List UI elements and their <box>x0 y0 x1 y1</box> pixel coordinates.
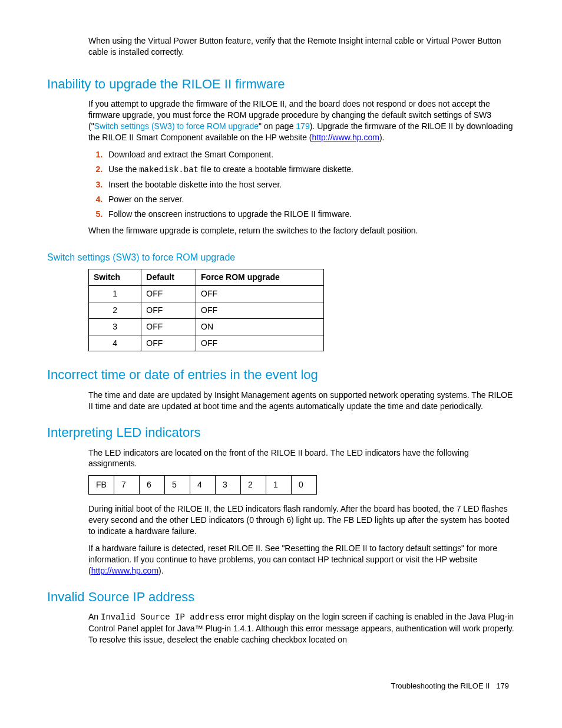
table-cell: OFF <box>196 302 324 318</box>
table-cell: OFF <box>141 285 196 302</box>
code-text: Invalid Source IP address <box>101 612 224 622</box>
steps-list: Download and extract the Smart Component… <box>88 149 515 219</box>
table-cell: 1 <box>266 476 292 495</box>
text: file to create a bootable firmware diske… <box>199 164 353 174</box>
step-item: Power on the server. <box>105 194 515 205</box>
table-cell: 4 <box>190 476 216 495</box>
step-item: Use the makedisk.bat file to create a bo… <box>105 164 515 176</box>
paragraph: During initial boot of the RILOE II, the… <box>88 503 515 537</box>
table-cell: 0 <box>292 476 317 495</box>
table-header: Switch <box>89 269 141 285</box>
page-number: 179 <box>496 681 509 690</box>
paragraph: The LED indicators are located on the fr… <box>88 447 515 470</box>
table-row: 3 OFF ON <box>89 318 324 335</box>
table-cell: OFF <box>196 285 324 302</box>
hp-website-link[interactable]: http://www.hp.com <box>91 566 158 575</box>
table-cell: OFF <box>141 318 196 335</box>
text: ). <box>379 133 385 142</box>
paragraph: The time and date are updated by Insight… <box>88 390 515 412</box>
table-cell: OFF <box>141 335 196 351</box>
text: Use the <box>108 164 139 174</box>
table-cell: 2 <box>241 476 266 495</box>
paragraph: An Invalid Source IP address error might… <box>88 611 515 645</box>
switch-settings-table: Switch Default Force ROM upgrade 1 OFF O… <box>88 269 324 351</box>
intro-paragraph: When using the Virtual Power Button feat… <box>88 35 515 58</box>
hp-website-link[interactable]: http://www.hp.com <box>312 133 379 142</box>
table-header-row: Switch Default Force ROM upgrade <box>89 269 324 285</box>
heading-switch-settings: Switch settings (SW3) to force ROM upgra… <box>47 251 515 264</box>
table-row: FB 7 6 5 4 3 2 1 0 <box>89 476 317 495</box>
code-text: makedisk.bat <box>139 165 199 174</box>
table-row: 2 OFF OFF <box>89 302 324 318</box>
text: ). <box>158 566 164 575</box>
heading-invalid-source-ip: Invalid Source IP address <box>47 588 515 606</box>
table-cell: 2 <box>89 302 141 318</box>
table-cell: OFF <box>141 302 196 318</box>
table-cell: 4 <box>89 335 141 351</box>
heading-inability-upgrade: Inability to upgrade the RILOE II firmwa… <box>47 75 515 93</box>
step-item: Insert the bootable diskette into the ho… <box>105 179 515 190</box>
table-header: Force ROM upgrade <box>196 269 324 285</box>
table-cell: 5 <box>165 476 190 495</box>
led-table: FB 7 6 5 4 3 2 1 0 <box>88 475 317 495</box>
table-cell: 7 <box>114 476 140 495</box>
paragraph: If you attempt to upgrade the firmware o… <box>88 98 515 143</box>
table-cell: 6 <box>140 476 165 495</box>
table-row: 1 OFF OFF <box>89 285 324 302</box>
page-footer: Troubleshooting the RILOE II 179 <box>47 681 515 691</box>
paragraph: If a hardware failure is detected, reset… <box>88 543 515 577</box>
table-cell: OFF <box>196 335 324 351</box>
paragraph: When the firmware upgrade is complete, r… <box>88 225 515 236</box>
table-cell: ON <box>196 318 324 335</box>
table-header: Default <box>141 269 196 285</box>
footer-text: Troubleshooting the RILOE II <box>391 681 490 690</box>
table-cell: 3 <box>216 476 241 495</box>
step-item: Download and extract the Smart Component… <box>105 149 515 160</box>
heading-led-indicators: Interpreting LED indicators <box>47 424 515 442</box>
cross-reference-link[interactable]: Switch settings (SW3) to force ROM upgra… <box>94 121 259 131</box>
table-cell: FB <box>89 476 114 495</box>
table-row: 4 OFF OFF <box>89 335 324 351</box>
cross-reference-page[interactable]: 179 <box>296 121 309 131</box>
table-cell: 1 <box>89 285 141 302</box>
heading-incorrect-time: Incorrect time or date of entries in the… <box>47 366 515 384</box>
step-item: Follow the onscreen instructions to upgr… <box>105 209 515 220</box>
text: " on page <box>259 121 296 131</box>
table-cell: 3 <box>89 318 141 335</box>
text: An <box>88 612 101 621</box>
